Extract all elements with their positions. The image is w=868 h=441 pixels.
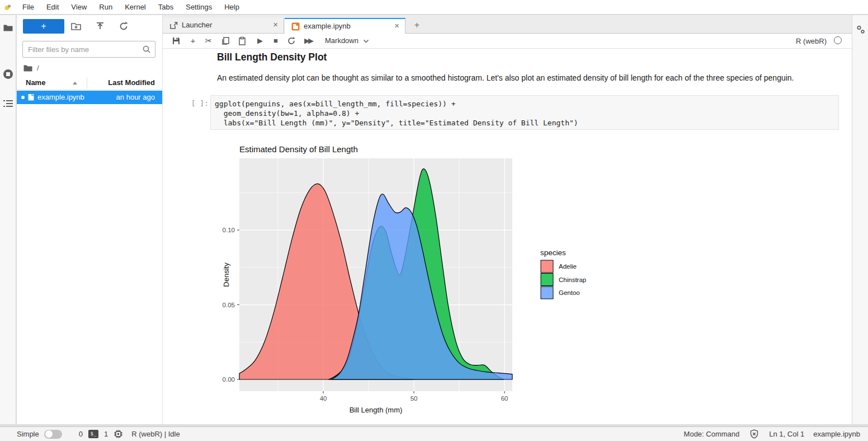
y-tick-label: 0.00 <box>223 376 235 383</box>
search-icon <box>142 45 151 54</box>
x-axis-label: Bill Length (mm) <box>350 406 403 414</box>
file-filter-box <box>22 41 155 58</box>
legend-key-gentoo <box>541 287 553 299</box>
menu-bar: File Edit View Run Kernel Tabs Settings … <box>0 0 868 15</box>
chevron-down-icon <box>363 38 369 44</box>
add-tab-button[interactable]: + <box>409 18 424 33</box>
home-folder-icon <box>23 64 32 72</box>
menu-item-run[interactable]: Run <box>93 0 119 14</box>
upload-icon[interactable] <box>95 21 106 32</box>
restart-run-all-icon[interactable]: ▶▶ <box>304 36 313 45</box>
left-activity-bar <box>0 15 16 424</box>
notebook-toolbar: + ✂ ▶ ■ ▶▶ Markdown R (webR) <box>163 34 852 49</box>
tab-bar: Launcher × example.ipynb × + <box>163 15 852 34</box>
running-kernels-icon[interactable] <box>3 69 13 79</box>
terminal-count[interactable]: 0 <box>79 430 83 438</box>
kernel-name-button[interactable]: R (webR) <box>796 37 827 45</box>
sort-ascending-icon <box>73 82 77 85</box>
file-browser-icon[interactable] <box>3 22 13 33</box>
right-activity-bar <box>852 15 868 424</box>
trust-shield-icon[interactable] <box>749 429 759 439</box>
paste-cells-icon[interactable] <box>238 36 247 45</box>
menu-item-edit[interactable]: Edit <box>40 0 65 14</box>
close-tab-icon[interactable]: × <box>273 20 278 29</box>
notebook-content: Bill Length Density Plot An estimated de… <box>163 49 852 424</box>
new-folder-icon[interactable] <box>70 21 82 32</box>
notebook-file-icon <box>291 22 300 31</box>
legend-title: species <box>540 248 566 257</box>
file-filter-input[interactable] <box>28 42 140 57</box>
mode-indicator[interactable]: Mode: Command <box>684 430 740 438</box>
menu-item-view[interactable]: View <box>65 0 93 14</box>
menu-item-tabs[interactable]: Tabs <box>152 0 180 14</box>
menu-item-settings[interactable]: Settings <box>180 0 218 14</box>
property-inspector-gears-icon[interactable] <box>855 24 866 35</box>
new-launcher-button[interactable]: + <box>23 19 64 34</box>
x-tick-label: 40 <box>320 395 327 402</box>
running-dot <box>21 96 25 99</box>
code-line: labs(x="Bill Length (mm)", y="Density", … <box>215 119 578 127</box>
legend-key-chinstrap <box>541 274 553 286</box>
kernel-status-icon[interactable] <box>834 36 842 44</box>
breadcrumb-root: / <box>37 64 39 72</box>
file-browser-panel: + / Name <box>17 15 162 424</box>
tab-example-ipynb[interactable]: example.ipynb × <box>285 18 405 34</box>
kernel-count[interactable]: 1 <box>104 430 108 438</box>
launcher-icon <box>169 21 178 30</box>
cursor-position[interactable]: Ln 1, Col 1 <box>769 430 804 438</box>
simple-mode-toggle[interactable] <box>44 430 62 439</box>
refresh-icon[interactable] <box>118 21 129 32</box>
y-tick-label: 0.05 <box>223 302 235 308</box>
status-bar: Simple 0 $_ 1 R (webR) | Idle Mode: Comm… <box>0 426 868 441</box>
column-name[interactable]: Name <box>26 78 45 87</box>
file-list-header: Name Last Modified <box>17 77 162 90</box>
code-cell-editor[interactable]: ggplot(penguins, aes(x=bill_length_mm, f… <box>210 95 839 130</box>
legend-label: Gentoo <box>559 289 580 296</box>
breadcrumb[interactable]: / <box>23 63 39 73</box>
column-last-modified[interactable]: Last Modified <box>108 78 155 87</box>
cell-input-prompt: [ ]: <box>185 99 209 107</box>
menu-item-kernel[interactable]: Kernel <box>119 0 152 14</box>
save-icon[interactable] <box>172 36 181 45</box>
column-divider <box>87 78 87 88</box>
plot-title: Estimated Density of Bill Length <box>239 144 358 154</box>
menu-item-help[interactable]: Help <box>218 0 246 14</box>
terminal-icon: $_ <box>88 430 98 438</box>
cut-cells-icon[interactable]: ✂ <box>204 36 213 45</box>
menu-item-file[interactable]: File <box>16 0 40 14</box>
table-of-contents-icon[interactable] <box>3 98 13 109</box>
legend-label: Chinstrap <box>559 276 586 283</box>
legend-label: Adelie <box>559 263 577 270</box>
y-tick-label: 0.10 <box>223 227 235 233</box>
file-name: example.ipynb <box>37 93 84 101</box>
active-file-name[interactable]: example.ipynb <box>813 430 860 438</box>
file-row-selected[interactable]: example.ipynb an hour ago <box>17 91 162 104</box>
status-bar-left: Simple 0 $_ 1 R (webR) | Idle <box>17 427 180 441</box>
x-tick-label: 50 <box>411 395 418 402</box>
jupyterlab-window: File Edit View Run Kernel Tabs Settings … <box>0 0 868 441</box>
tab-label: Launcher <box>182 21 212 29</box>
cell-output-plot: 0.000.050.10405060Estimated Density of B… <box>216 140 652 420</box>
add-cell-icon[interactable]: + <box>188 36 197 45</box>
stop-kernel-icon[interactable]: ■ <box>271 36 280 45</box>
main-dock-panel: Launcher × example.ipynb × + + ✂ <box>163 15 852 424</box>
restart-kernel-icon[interactable] <box>287 36 296 45</box>
density-plot-svg: 0.000.050.10405060Estimated Density of B… <box>216 140 652 420</box>
close-tab-icon[interactable]: × <box>394 21 399 30</box>
kernel-chip-icon <box>114 429 123 439</box>
simple-mode-label: Simple <box>17 430 39 438</box>
y-axis-label: Density <box>222 262 230 287</box>
file-modified: an hour ago <box>116 93 155 101</box>
notebook-file-icon <box>27 93 35 101</box>
tab-launcher[interactable]: Launcher × <box>163 18 284 33</box>
copy-cells-icon[interactable] <box>221 36 230 45</box>
run-cell-icon[interactable]: ▶ <box>256 36 265 45</box>
legend-key-adelie <box>541 260 553 273</box>
code-line: ggplot(penguins, aes(x=bill_length_mm, f… <box>215 100 455 108</box>
tab-label: example.ipynb <box>304 22 351 30</box>
x-tick-label: 60 <box>501 395 508 402</box>
markdown-heading[interactable]: Bill Length Density Plot <box>217 51 327 63</box>
cell-type-dropdown[interactable]: Markdown <box>325 36 358 45</box>
markdown-paragraph[interactable]: An estimated density plot can be thought… <box>217 73 832 82</box>
kernel-status-text[interactable]: R (webR) | Idle <box>131 430 180 438</box>
